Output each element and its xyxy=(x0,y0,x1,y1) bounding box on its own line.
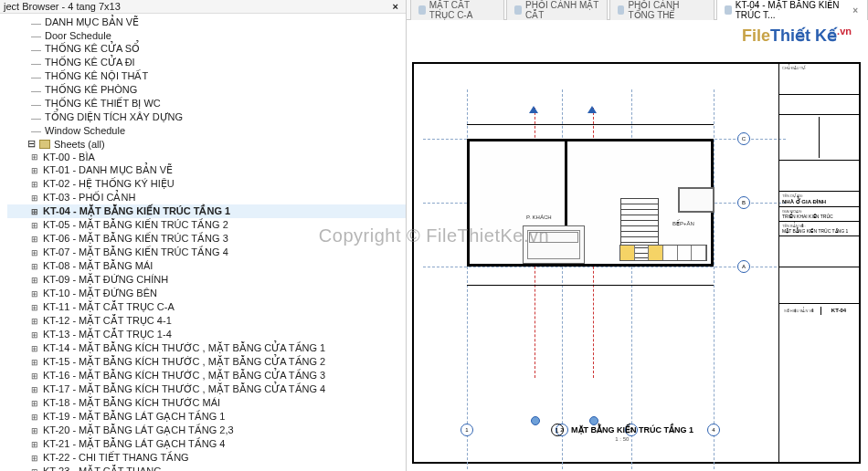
grid-bubble: A xyxy=(737,260,750,273)
tree-item-label: Door Schedule xyxy=(45,30,111,41)
tree-item-sheet[interactable]: ⊞KT-00 - BÌA xyxy=(7,151,406,163)
tree-item-schedule[interactable]: —THỐNG KÊ NỘI THẤT xyxy=(7,69,406,83)
expand-icon: ⊞ xyxy=(31,303,40,312)
tree-item-sheet[interactable]: ⊞KT-09 - MẶT ĐỨNG CHÍNH xyxy=(7,273,406,287)
tree-item-label: KT-01 - DANH MỤC BẢN VẼ xyxy=(43,164,173,176)
panel-title: ject Browser - 4 tang 7x13 xyxy=(4,1,121,12)
panel-close-button[interactable]: × xyxy=(389,1,402,12)
expand-icon: ⊞ xyxy=(31,385,40,394)
tree-item-label: KT-14 - MẶT BẰNG KÍCH THƯỚC , MẶT BẰNG C… xyxy=(43,342,325,354)
tree-item-label: KT-21 - MẶT BẰNG LÁT GẠCH TẦNG 4 xyxy=(43,438,225,450)
kitchen-counter-symbol xyxy=(619,245,707,261)
expand-icon: ⊞ xyxy=(31,194,40,203)
tree-leaf-icon: — xyxy=(31,30,42,41)
tree-item-schedule[interactable]: —THỐNG KÊ CỬA ĐI xyxy=(7,56,406,69)
tree-item-sheet[interactable]: ⊞KT-22 - CHI TIẾT THANG TẦNG xyxy=(7,451,406,465)
tree-item-label: KT-18 - MẶT BẰNG KÍCH THƯỚC MÁI xyxy=(43,397,220,409)
expand-icon: ⊞ xyxy=(31,289,40,298)
tree-leaf-icon: — xyxy=(31,58,42,68)
tab-label: PHỐI CẢNH MẶT CẮT xyxy=(525,0,599,20)
tree-item-label: KT-19 - MẶT BẰNG LÁT GẠCH TẦNG 1 xyxy=(43,411,225,423)
drawing-viewport[interactable]: FileThiết Kế.vn 1 2 3 xyxy=(407,20,868,471)
tree-item-label: KT-07 - MẶT BẰNG KIẾN TRÚC TẦNG 4 xyxy=(43,246,228,258)
tree-item-sheet[interactable]: ⊞KT-04 - MẶT BẰNG KIẾN TRÚC TẦNG 1 xyxy=(7,204,406,218)
tree-item-sheet[interactable]: ⊞KT-08 - MẶT BẰNG MÁI xyxy=(7,259,406,273)
tree-item-label: KT-13 - MẶT CẮT TRỤC 1-4 xyxy=(43,329,172,340)
view-caption: 1 MẶT BẰNG KIẾN TRÚC TẦNG 1 1 : 50 xyxy=(551,424,694,442)
tree-item-sheet[interactable]: ⊞KT-10 - MẶT ĐỨNG BÊN xyxy=(7,287,406,300)
tab-label: KT-04 - MẶT BẰNG KIẾN TRÚC T... xyxy=(736,0,847,20)
project-browser-panel[interactable]: ject Browser - 4 tang 7x13 × —DANH MỤC B… xyxy=(0,0,407,471)
tree-item-sheet[interactable]: ⊞KT-07 - MẶT BẰNG KIẾN TRÚC TẦNG 4 xyxy=(7,246,406,259)
sheet-icon xyxy=(418,5,426,15)
tree-item-schedule[interactable]: —THỐNG KÊ PHÒNG xyxy=(7,83,406,97)
expand-icon: ⊞ xyxy=(31,358,40,367)
expand-icon: ⊞ xyxy=(31,276,40,285)
tree-item-label: TỔNG DIỆN TÍCH XÂY DỰNG xyxy=(45,111,183,123)
panel-titlebar: ject Browser - 4 tang 7x13 × xyxy=(0,0,406,14)
folder-icon xyxy=(39,140,50,149)
tree-item-sheet[interactable]: ⊞KT-16 - MẶT BẰNG KÍCH THƯỚC , MẶT BẰNG … xyxy=(7,369,406,382)
tree-leaf-icon: — xyxy=(31,112,42,123)
expand-icon: ⊞ xyxy=(31,330,40,340)
tree-item-label: KT-05 - MẶT BẰNG KIẾN TRÚC TẦNG 2 xyxy=(43,219,228,231)
tree-item-schedule[interactable]: —THỐNG KÊ THIẾT BỊ WC xyxy=(7,97,406,110)
view-scale: 1 : 50 xyxy=(551,436,694,442)
room-label: BẾP+ĂN xyxy=(672,220,694,226)
room-label: P. KHÁCH xyxy=(526,215,552,220)
tree-item-sheet[interactable]: ⊞KT-17 - MẶT BẰNG KÍCH THƯỚC , MẶT BẰNG … xyxy=(7,382,406,396)
tree-item-label: KT-12 - MẶT CẮT TRỤC 4-1 xyxy=(43,315,172,327)
sofa-symbol xyxy=(523,225,585,264)
expand-icon: ⊞ xyxy=(31,426,40,435)
tree-item-label: KT-10 - MẶT ĐỨNG BÊN xyxy=(43,288,157,299)
expand-icon: ⊞ xyxy=(31,235,40,244)
tree-item-label: KT-16 - MẶT BẰNG KÍCH THƯỚC , MẶT BẰNG C… xyxy=(43,370,325,382)
grid-bubble: 4 xyxy=(707,424,720,436)
tree-item-label: KT-11 - MẶT CẮT TRỤC C-A xyxy=(43,301,175,313)
tree-item-sheet[interactable]: ⊞KT-01 - DANH MỤC BẢN VẼ xyxy=(7,163,406,177)
tree-item-label: KT-06 - MẶT BẰNG KIẾN TRÚC TẦNG 3 xyxy=(43,233,228,245)
tree-group-sheets[interactable]: ⊟ Sheets (all) xyxy=(7,137,406,151)
tree-leaf-icon: — xyxy=(31,85,42,96)
tree-item-label: KT-09 - MẶT ĐỨNG CHÍNH xyxy=(43,274,168,286)
tree-item-label: THỐNG KÊ CỬA ĐI xyxy=(45,57,135,68)
expand-icon: ⊞ xyxy=(31,467,40,472)
tree-item-sheet[interactable]: ⊞KT-21 - MẶT BẰNG LÁT GẠCH TẦNG 4 xyxy=(7,437,406,451)
tree-item-sheet[interactable]: ⊞KT-18 - MẶT BẰNG KÍCH THƯỚC MÁI xyxy=(7,396,406,410)
collapse-icon: ⊟ xyxy=(27,138,36,150)
section-marker-icon xyxy=(587,106,597,113)
project-tree: —DANH MỤC BẢN VẼ—Door Schedule—THỐNG KÊ … xyxy=(0,14,406,471)
tree-item-label: KT-08 - MẶT BẰNG MÁI xyxy=(43,260,153,272)
tree-item-schedule[interactable]: —THỐNG KÊ CỬA SỔ xyxy=(7,42,406,56)
expand-icon: ⊞ xyxy=(31,413,40,422)
tree-item-sheet[interactable]: ⊞KT-15 - MẶT BẰNG KÍCH THƯỚC , MẶT BẰNG … xyxy=(7,355,406,369)
tree-item-schedule[interactable]: —Window Schedule xyxy=(7,124,406,137)
tree-item-sheet[interactable]: ⊞KT-12 - MẶT CẮT TRỤC 4-1 xyxy=(7,314,406,328)
tree-item-sheet[interactable]: ⊞KT-14 - MẶT BẰNG KÍCH THƯỚC , MẶT BẰNG … xyxy=(7,341,406,355)
tree-item-label: KT-02 - HỆ THỐNG KÝ HIỆU xyxy=(43,178,175,190)
tree-item-sheet[interactable]: ⊞KT-02 - HỆ THỐNG KÝ HIỆU xyxy=(7,177,406,191)
tree-item-schedule[interactable]: —TỔNG DIỆN TÍCH XÂY DỰNG xyxy=(7,110,406,124)
tree-item-sheet[interactable]: ⊞KT-13 - MẶT CẮT TRỤC 1-4 xyxy=(7,328,406,341)
tree-item-sheet[interactable]: ⊞KT-19 - MẶT BẰNG LÁT GẠCH TẦNG 1 xyxy=(7,410,406,424)
tab-close-button[interactable]: × xyxy=(851,5,860,16)
tab-label: PHỐI CẢNH TỔNG THỂ xyxy=(628,0,706,20)
tree-item-sheet[interactable]: ⊞KT-05 - MẶT BẰNG KIẾN TRÚC TẦNG 2 xyxy=(7,218,406,232)
expand-icon: ⊞ xyxy=(31,262,40,271)
tree-item-schedule[interactable]: —Door Schedule xyxy=(7,29,406,42)
tree-leaf-icon: — xyxy=(31,125,42,136)
grid-bubble: 1 xyxy=(460,424,473,436)
tree-item-sheet[interactable]: ⊞KT-03 - PHỐI CẢNH xyxy=(7,191,406,204)
tree-item-schedule[interactable]: —DANH MỤC BẢN VẼ xyxy=(7,16,406,29)
grid-bubble: B xyxy=(737,196,750,209)
expand-icon: ⊞ xyxy=(31,221,40,230)
tree-item-label: KT-03 - PHỐI CẢNH xyxy=(43,192,135,204)
tree-item-sheet[interactable]: ⊞KT-06 - MẶT BẰNG KIẾN TRÚC TẦNG 3 xyxy=(7,232,406,246)
tree-item-sheet[interactable]: ⊞KT-23 - MẶT CẮT THANG xyxy=(7,465,406,471)
main-area: MẶT CẮT TRỤC C-APHỐI CẢNH MẶT CẮTPHỐI CẢ… xyxy=(407,0,868,471)
tree-item-label: KT-22 - CHI TIẾT THANG TẦNG xyxy=(43,452,189,464)
tree-item-label: DANH MỤC BẢN VẼ xyxy=(45,16,139,28)
tree-item-sheet[interactable]: ⊞KT-11 - MẶT CẮT TRỤC C-A xyxy=(7,300,406,314)
sheet-icon xyxy=(514,5,522,15)
tree-item-sheet[interactable]: ⊞KT-20 - MẶT BẰNG LÁT GẠCH TẦNG 2,3 xyxy=(7,424,406,437)
